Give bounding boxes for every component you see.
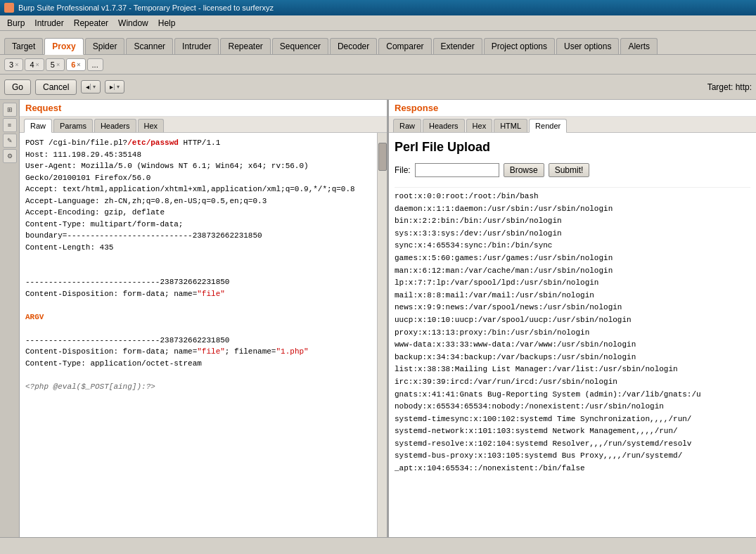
passwd-line: lp:x:7:7:lp:/var/spool/lpd:/usr/sbin/nol…	[395, 277, 750, 290]
tab-target[interactable]: Target	[4, 38, 43, 54]
sidebar-icon-4[interactable]: ⚙	[3, 149, 17, 163]
passwd-content: root:x:0:0:root:/root:/bin/bashdaemon:x:…	[395, 187, 750, 475]
status-bar	[0, 537, 756, 554]
subtab-4[interactable]: 4 ×	[25, 58, 44, 71]
passwd-line: backup:x:34:34:backup:/var/backups:/usr/…	[395, 352, 750, 364]
passwd-line: uucp:x:10:10:uucp:/var/spool/uucp:/usr/s…	[395, 314, 750, 327]
close-tab-4[interactable]: ×	[36, 61, 39, 68]
browse-button[interactable]: Browse	[504, 163, 544, 177]
menu-window[interactable]: Window	[114, 17, 153, 30]
tab-extender[interactable]: Extender	[433, 38, 482, 54]
sidebar-icon-3[interactable]: ✎	[3, 134, 17, 148]
response-tab-hex[interactable]: Hex	[466, 119, 493, 132]
subtab-more[interactable]: ...	[87, 58, 103, 71]
request-body: POST /cgi-bin/file.pl?/etc/passwd HTTP/1…	[20, 133, 387, 537]
subtab-3[interactable]: 3 ×	[4, 58, 23, 71]
app-icon	[4, 3, 14, 13]
submit-button[interactable]: Submit!	[549, 163, 590, 177]
passwd-line: bin:x:2:2:bin:/bin:/usr/sbin/nologin	[395, 215, 750, 228]
forward-arrow-icon: ▸	[110, 83, 113, 91]
perl-upload-title: Perl File Upload	[395, 140, 750, 155]
passwd-line: daemon:x:1:1:daemon:/usr/sbin:/usr/sbin/…	[395, 203, 750, 216]
response-pane: Response Raw Headers Hex HTML Render Per…	[389, 100, 756, 537]
close-tab-6[interactable]: ×	[77, 61, 80, 68]
response-header: Response	[389, 100, 756, 117]
passwd-line: games:x:5:60:games:/usr/games:/usr/sbin/…	[395, 252, 750, 265]
window-title: Burp Suite Professional v1.7.37 - Tempor…	[18, 4, 274, 12]
file-upload-row: File: Browse Submit!	[395, 163, 750, 177]
subtab-5[interactable]: 5 ×	[46, 58, 65, 71]
passwd-line: systemd-network:x:101:103:systemd Networ…	[395, 425, 750, 438]
request-pane: Request Raw Params Headers Hex POST /cgi…	[20, 100, 389, 537]
tab-spider[interactable]: Spider	[85, 38, 125, 54]
passwd-line: sys:x:3:3:sys:/dev:/usr/sbin/nologin	[395, 228, 750, 240]
response-tab-raw[interactable]: Raw	[393, 119, 421, 132]
menu-bar: Burp Intruder Repeater Window Help	[0, 15, 756, 31]
response-body[interactable]: Perl File Upload File: Browse Submit! ro…	[389, 133, 756, 537]
request-tab-hex[interactable]: Hex	[138, 119, 165, 132]
request-tab-headers[interactable]: Headers	[94, 119, 136, 132]
tab-proxy[interactable]: Proxy	[44, 38, 83, 55]
forward-dropdown-icon[interactable]: ▾	[114, 84, 120, 90]
passwd-line: systemd-timesync:x:100:102:systemd Time …	[395, 413, 750, 426]
nav-back-button[interactable]: ◂ ▾	[81, 80, 101, 94]
request-scrollbar[interactable]	[377, 133, 387, 537]
tab-intruder[interactable]: Intruder	[174, 38, 219, 54]
request-tab-raw[interactable]: Raw	[24, 119, 52, 133]
tab-sequencer[interactable]: Sequencer	[272, 38, 328, 54]
passwd-line: www-data:x:33:33:www-data:/var/www:/usr/…	[395, 339, 750, 352]
back-dropdown-icon[interactable]: ▾	[90, 84, 96, 90]
response-title: Response	[395, 103, 438, 113]
passwd-line: news:x:9:9:news:/var/spool/news:/usr/sbi…	[395, 302, 750, 314]
request-scrollbar-thumb[interactable]	[378, 143, 387, 171]
response-tab-headers[interactable]: Headers	[423, 119, 465, 132]
nav-forward-button[interactable]: ▸ ▾	[105, 80, 124, 94]
menu-burp[interactable]: Burp	[3, 17, 29, 30]
request-tab-params[interactable]: Params	[53, 119, 93, 132]
response-tab-render[interactable]: Render	[529, 119, 567, 133]
main-content: ⊞ ≡ ✎ ⚙ Request Raw Params Headers Hex P…	[0, 100, 756, 537]
close-tab-3[interactable]: ×	[15, 61, 18, 68]
tab-user-options[interactable]: User options	[556, 38, 619, 54]
sidebar-icon-2[interactable]: ≡	[3, 118, 17, 132]
file-input[interactable]	[415, 163, 499, 177]
passwd-line: systemd-bus-proxy:x:103:105:systemd Bus …	[395, 450, 750, 463]
tab-repeater[interactable]: Repeater	[220, 38, 270, 54]
passwd-line: list:x:38:38:Mailing List Manager:/var/l…	[395, 363, 750, 376]
toolbar: Go Cancel ◂ ▾ ▸ ▾ Target: http:	[0, 75, 756, 100]
passwd-line: nobody:x:65534:65534:nobody:/nonexistent…	[395, 401, 750, 413]
passwd-line: systemd-resolve:x:102:104:systemd Resolv…	[395, 438, 750, 451]
go-button[interactable]: Go	[4, 79, 31, 95]
passwd-line: irc:x:39:39:ircd:/var/run/ircd:/usr/sbin…	[395, 376, 750, 389]
menu-repeater[interactable]: Repeater	[70, 17, 113, 30]
passwd-line: man:x:6:12:man:/var/cache/man:/usr/sbin/…	[395, 265, 750, 278]
passwd-line: mail:x:8:8:mail:/var/mail:/usr/sbin/nolo…	[395, 290, 750, 302]
main-tab-bar: Target Proxy Spider Scanner Intruder Rep…	[0, 31, 756, 55]
tab-scanner[interactable]: Scanner	[126, 38, 173, 54]
menu-intruder[interactable]: Intruder	[30, 17, 68, 30]
passwd-line: root:x:0:0:root:/root:/bin/bash	[395, 191, 750, 203]
title-bar: Burp Suite Professional v1.7.37 - Tempor…	[0, 0, 756, 15]
tab-decoder[interactable]: Decoder	[330, 38, 377, 54]
tab-project-options[interactable]: Project options	[484, 38, 555, 54]
passwd-line: sync:x:4:65534:sync:/bin:/bin/sync	[395, 240, 750, 252]
back-arrow-icon: ◂	[86, 83, 89, 91]
cancel-button[interactable]: Cancel	[35, 79, 77, 95]
sidebar: ⊞ ≡ ✎ ⚙	[0, 100, 20, 537]
response-tabs: Raw Headers Hex HTML Render	[389, 117, 756, 133]
request-text-area[interactable]: POST /cgi-bin/file.pl?/etc/passwd HTTP/1…	[20, 133, 377, 537]
passwd-line: _apt:x:104:65534::/nonexistent:/bin/fals…	[395, 463, 750, 475]
file-label: File:	[395, 165, 411, 175]
target-label: Target: http:	[707, 82, 752, 92]
tab-alerts[interactable]: Alerts	[620, 38, 658, 54]
sidebar-icon-1[interactable]: ⊞	[3, 103, 17, 117]
close-tab-5[interactable]: ×	[56, 61, 60, 68]
menu-help[interactable]: Help	[154, 17, 180, 30]
subtab-6[interactable]: 6 ×	[66, 58, 85, 71]
tab-comparer[interactable]: Comparer	[378, 38, 431, 54]
request-header: Request	[20, 100, 387, 117]
request-tabs: Raw Params Headers Hex	[20, 117, 387, 133]
subtab-bar: 3 × 4 × 5 × 6 × ...	[0, 55, 756, 75]
response-tab-html[interactable]: HTML	[494, 119, 527, 132]
passwd-line: proxy:x:13:13:proxy:/bin:/usr/sbin/nolog…	[395, 327, 750, 340]
